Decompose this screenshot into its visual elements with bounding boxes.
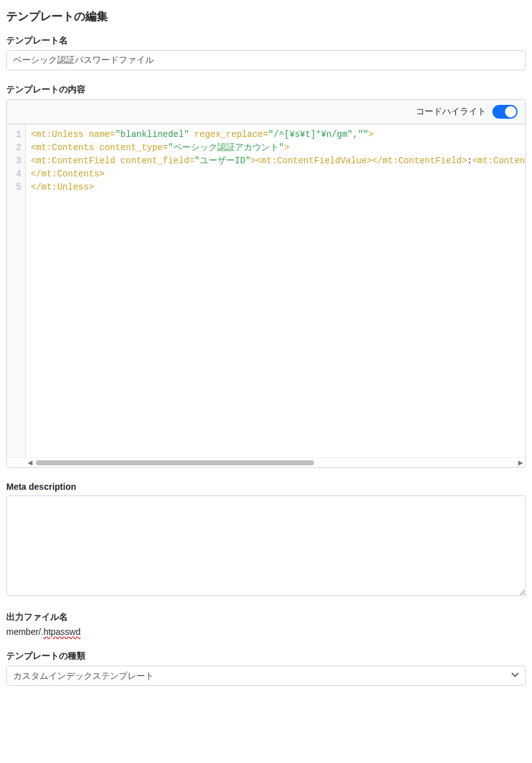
template-name-input[interactable] [6,50,526,70]
scroll-left-arrow-icon[interactable]: ◀ [26,459,35,466]
line-number: 5 [7,181,21,194]
scroll-thumb[interactable] [36,460,314,465]
code-editor: コードハイライト 12345 <mt:Unless name="blanklin… [6,99,526,468]
code-scroll[interactable]: <mt:Unless name="blanklinedel" regex_rep… [26,124,525,457]
output-filename-label: 出力ファイル名 [6,612,526,623]
page-title: テンプレートの編集 [6,9,526,24]
scroll-track[interactable] [36,460,515,465]
code-line[interactable]: </mt:Unless> [31,181,525,194]
meta-description-textarea[interactable] [6,495,526,596]
code-highlight-toggle[interactable] [492,105,518,119]
line-number: 3 [7,154,21,168]
output-filename-spellerr: htpasswd [43,627,80,637]
template-name-label: テンプレート名 [6,35,526,46]
toggle-knob [505,106,516,117]
code-line[interactable]: <mt:Contents content_type="ベーシック認証アカウント"… [31,141,525,154]
line-number: 2 [7,141,21,154]
line-number: 1 [7,128,21,141]
code-highlight-label: コードハイライト [416,106,486,117]
template-type-label: テンプレートの種類 [6,651,526,662]
scroll-right-arrow-icon[interactable]: ▶ [516,459,525,466]
output-filename-prefix: member/. [6,627,43,637]
line-number: 4 [7,168,21,181]
template-type-select[interactable]: カスタムインデックステンプレート [6,666,526,686]
code-line[interactable]: <mt:Unless name="blanklinedel" regex_rep… [31,128,525,141]
code-line[interactable]: <mt:ContentField content_field="ユーザーID">… [31,154,525,168]
code-gutter: 12345 [7,124,26,457]
editor-toolbar: コードハイライト [7,100,525,124]
editor-horizontal-scrollbar: ◀ ▶ [7,457,525,467]
code-lines[interactable]: <mt:Unless name="blanklinedel" regex_rep… [26,124,525,198]
template-body-label: テンプレートの内容 [6,84,526,95]
meta-description-label: Meta description [6,482,526,492]
code-line[interactable]: </mt:Contents> [31,168,525,181]
output-filename-input[interactable]: member/.htpasswd [6,627,526,637]
